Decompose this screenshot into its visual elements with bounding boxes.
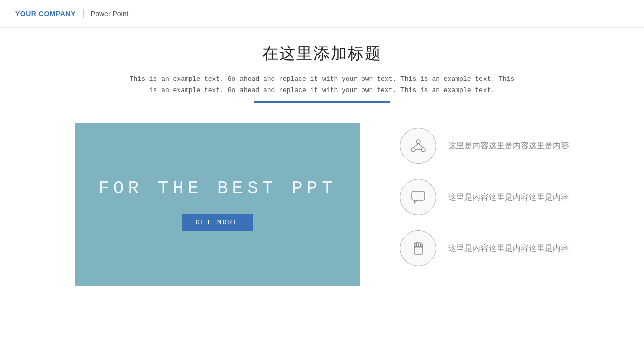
svg-point-1 bbox=[411, 148, 415, 152]
header-subtitle: Power Point bbox=[91, 10, 128, 18]
get-more-button[interactable]: GET MORE bbox=[182, 214, 253, 231]
icon-list: 这里是内容这里是内容这里是内容 这里是内容这里是内容这里是内容 bbox=[400, 123, 569, 266]
card-title: FOR THE BEST PPT bbox=[98, 178, 337, 199]
title-underline bbox=[254, 101, 390, 103]
list-item: 这里是内容这里是内容这里是内容 bbox=[400, 179, 569, 215]
network-icon-circle bbox=[400, 128, 436, 164]
page-title: 在这里添加标题 bbox=[262, 43, 382, 65]
chat-icon bbox=[409, 188, 427, 206]
feature-card: FOR THE BEST PPT GET MORE bbox=[75, 123, 360, 286]
description-text: This is an example text. Go ahead and re… bbox=[130, 74, 515, 96]
list-item-text-2: 这里是内容这里是内容这里是内容 bbox=[448, 192, 569, 203]
svg-rect-6 bbox=[412, 191, 425, 200]
bottom-section: FOR THE BEST PPT GET MORE 这里是内容这里 bbox=[0, 123, 644, 286]
header: YOUR COMPANY Power Point bbox=[0, 0, 644, 28]
header-divider bbox=[83, 9, 84, 18]
list-item: 这里是内容这里是内容这里是内容 bbox=[400, 128, 569, 164]
svg-point-2 bbox=[421, 148, 425, 152]
hand-icon bbox=[409, 239, 427, 257]
svg-point-0 bbox=[416, 140, 420, 144]
svg-line-3 bbox=[413, 144, 418, 148]
chat-icon-circle bbox=[400, 179, 436, 215]
main-content: 在这里添加标题 This is an example text. Go ahea… bbox=[0, 28, 644, 286]
hand-icon-circle bbox=[400, 230, 436, 266]
list-item-text-1: 这里是内容这里是内容这里是内容 bbox=[448, 141, 569, 151]
description-line1: This is an example text. Go ahead and re… bbox=[130, 75, 515, 83]
company-name: YOUR COMPANY bbox=[15, 10, 76, 18]
network-icon bbox=[409, 137, 427, 155]
list-item-text-3: 这里是内容这里是内容这里是内容 bbox=[448, 243, 569, 254]
list-item: 这里是内容这里是内容这里是内容 bbox=[400, 230, 569, 266]
svg-line-4 bbox=[418, 144, 423, 148]
description-line2: is an example text. Go ahead and replace… bbox=[149, 86, 495, 94]
